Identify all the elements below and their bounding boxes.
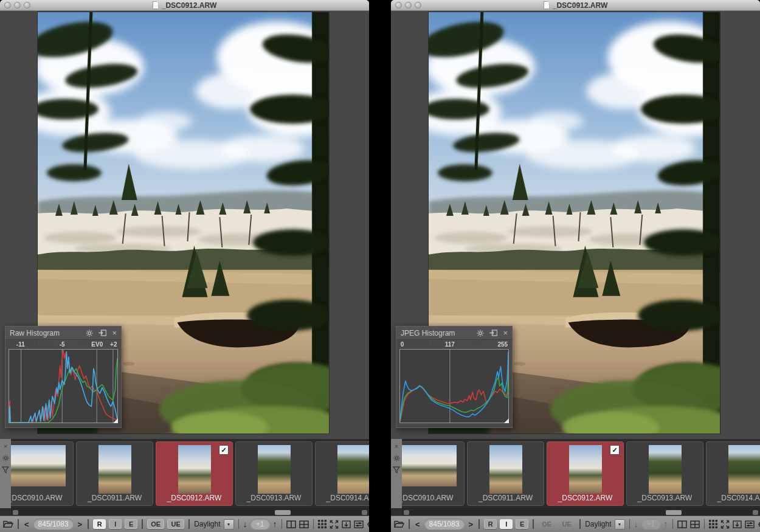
exposure-value[interactable]: +1 <box>641 519 661 530</box>
thumbnail-image[interactable] <box>11 445 66 486</box>
window-titlebar[interactable]: _DSC0912.ARW <box>0 0 369 11</box>
minimize-window-button[interactable] <box>405 2 412 9</box>
fullscreen-icon[interactable] <box>720 519 730 530</box>
color-settings-icon[interactable] <box>758 519 760 530</box>
histogram-source-external-jpeg-button[interactable]: E <box>125 519 137 529</box>
overexposure-button[interactable]: OE <box>147 519 164 529</box>
thumbnail-cell[interactable]: ✓_DSC0912.ARW <box>156 441 233 506</box>
thumbnail-image[interactable] <box>337 445 370 494</box>
thumbnail-image[interactable] <box>489 445 522 494</box>
filmstrip-settings-gear-icon[interactable] <box>393 455 400 461</box>
thumbnail-selected-checkbox[interactable]: ✓ <box>610 445 620 455</box>
four-panel-view-icon[interactable] <box>690 519 700 530</box>
zoom-window-button[interactable] <box>415 2 421 9</box>
white-balance-dropdown[interactable]: ▼ <box>224 519 234 530</box>
fullscreen-icon[interactable] <box>330 519 339 530</box>
histogram-settings-gear-icon[interactable] <box>86 330 93 337</box>
thumbnail-cell[interactable]: _DSC0914.ARW <box>315 441 369 506</box>
histogram-settings-gear-icon[interactable] <box>477 330 484 337</box>
two-panel-view-icon[interactable] <box>677 519 687 530</box>
thumbnail-cell[interactable]: _DSC0910.ARW <box>11 441 74 506</box>
exposure-down-icon[interactable]: ↓ <box>634 519 638 529</box>
thumbnail-cell[interactable]: _DSC0913.ARW <box>235 441 313 506</box>
export-download-icon[interactable] <box>342 519 351 530</box>
filmstrip-filter-funnel-icon[interactable] <box>2 466 9 474</box>
histogram-dock-icon[interactable] <box>98 330 106 336</box>
filmstrip-settings-gear-icon[interactable] <box>2 455 9 461</box>
scrollbar-track[interactable] <box>11 510 369 516</box>
previous-image-button[interactable]: < <box>23 520 30 529</box>
separator <box>188 519 190 529</box>
histogram-source-internal-jpeg-button[interactable]: I <box>109 519 122 529</box>
adjustments-sliders-icon[interactable] <box>745 519 755 530</box>
next-image-button[interactable]: > <box>77 520 84 529</box>
histogram-source-raw-button[interactable]: R <box>93 519 106 529</box>
thumbnail-image[interactable] <box>178 445 211 494</box>
histogram-resize-handle[interactable] <box>113 418 118 423</box>
histogram-source-external-jpeg-button[interactable]: E <box>516 519 528 529</box>
image-position-indicator[interactable]: 845/1083 <box>424 519 465 530</box>
thumbnail-cell[interactable]: _DSC0913.ARW <box>626 441 703 506</box>
filmstrip-close-icon[interactable]: × <box>395 443 398 450</box>
scrollbar-right-handle[interactable] <box>753 510 758 515</box>
overexposure-button[interactable]: OE <box>538 519 555 529</box>
histogram-axis-label: 0 <box>401 341 404 348</box>
close-window-button[interactable] <box>395 2 402 9</box>
histogram-close-icon[interactable]: × <box>112 329 117 337</box>
exposure-up-icon[interactable]: ↑ <box>273 519 277 529</box>
adjustments-sliders-icon[interactable] <box>354 519 364 530</box>
scrollbar-left-handle[interactable] <box>13 510 18 515</box>
thumbnail-image[interactable] <box>728 445 760 494</box>
underexposure-button[interactable]: UE <box>167 519 184 529</box>
thumbnail-image[interactable] <box>569 445 602 494</box>
thumbnail-cell[interactable]: _DSC0910.ARW <box>402 441 465 506</box>
histogram-titlebar[interactable]: JPEG Histogram × <box>396 326 512 340</box>
thumbnail-selected-checkbox[interactable]: ✓ <box>219 445 229 455</box>
scrollbar-left-handle[interactable] <box>404 510 409 515</box>
underexposure-button[interactable]: UE <box>558 519 575 529</box>
four-panel-view-icon[interactable] <box>299 519 309 530</box>
thumbnail-image[interactable] <box>649 445 682 494</box>
exposure-down-icon[interactable]: ↓ <box>243 519 247 529</box>
white-balance-value[interactable]: Daylight <box>585 520 611 528</box>
image-position-indicator[interactable]: 845/1083 <box>33 519 74 530</box>
scrollbar-thumb[interactable] <box>666 510 682 515</box>
histogram-dock-icon[interactable] <box>489 330 497 336</box>
thumbnail-filename: _DSC0912.ARW <box>547 494 623 502</box>
thumbnail-cell[interactable]: ✓_DSC0912.ARW <box>547 441 624 506</box>
histogram-titlebar[interactable]: Raw Histogram × <box>5 326 121 340</box>
open-folder-icon[interactable] <box>394 519 404 530</box>
grid-view-icon[interactable] <box>318 519 326 530</box>
thumbnail-image[interactable] <box>258 445 291 494</box>
histogram-curve-green <box>400 370 508 421</box>
close-window-button[interactable] <box>4 2 11 9</box>
minimize-window-button[interactable] <box>14 2 21 9</box>
next-image-button[interactable]: > <box>468 520 475 529</box>
window-titlebar[interactable]: _DSC0912.ARW <box>391 0 760 11</box>
thumbnail-cell[interactable]: _DSC0914.ARW <box>706 441 760 506</box>
color-settings-icon[interactable] <box>367 519 369 530</box>
exposure-value[interactable]: +1 <box>250 519 270 530</box>
histogram-resize-handle[interactable] <box>504 418 509 423</box>
exposure-up-icon[interactable]: ↑ <box>664 519 668 529</box>
thumbnail-image[interactable] <box>98 445 131 494</box>
zoom-window-button[interactable] <box>24 2 30 9</box>
export-download-icon[interactable] <box>733 519 742 530</box>
white-balance-value[interactable]: Daylight <box>194 520 220 528</box>
scrollbar-thumb[interactable] <box>275 510 291 515</box>
two-panel-view-icon[interactable] <box>286 519 296 530</box>
previous-image-button[interactable]: < <box>414 520 421 529</box>
white-balance-dropdown[interactable]: ▼ <box>615 519 625 530</box>
filmstrip-filter-funnel-icon[interactable] <box>393 466 400 474</box>
grid-view-icon[interactable] <box>709 519 717 530</box>
thumbnail-cell[interactable]: _DSC0911.ARW <box>467 441 544 506</box>
histogram-source-raw-button[interactable]: R <box>484 519 497 529</box>
open-folder-icon[interactable] <box>3 519 13 530</box>
scrollbar-right-handle[interactable] <box>362 510 367 515</box>
thumbnail-cell[interactable]: _DSC0911.ARW <box>76 441 153 506</box>
scrollbar-track[interactable] <box>402 510 760 516</box>
filmstrip-close-icon[interactable]: × <box>4 443 7 450</box>
thumbnail-image[interactable] <box>402 445 457 486</box>
histogram-source-internal-jpeg-button[interactable]: I <box>500 519 513 529</box>
histogram-close-icon[interactable]: × <box>503 329 508 337</box>
